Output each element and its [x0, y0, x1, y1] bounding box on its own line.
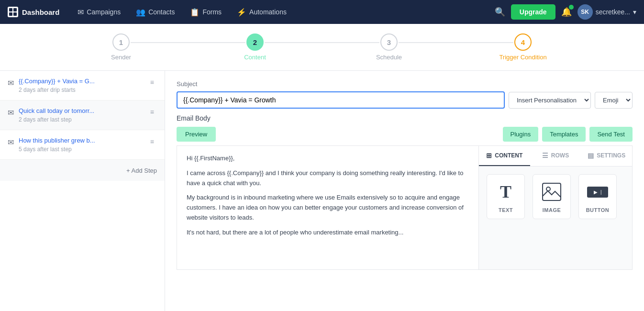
sidebar-item-1-content: {{.Company}} + Vavia = G... 2 days after… [19, 78, 143, 93]
sidebar-item-2-title: Quick call today or tomorr... [19, 107, 143, 114]
step-label-schedule: Schedule [376, 54, 402, 61]
rows-tab-label: ROWS [551, 152, 569, 159]
nav-campaigns[interactable]: ✉ Campaigns [71, 4, 127, 21]
sidebar-item-3-menu[interactable]: ≡ [147, 137, 157, 146]
logo-icon [8, 7, 18, 17]
button-block-icon: ▶ | [586, 180, 609, 203]
settings-tab-label: SETTINGS [597, 152, 625, 159]
step-content[interactable]: 2 Content [188, 33, 322, 61]
subject-label: Subject [177, 80, 633, 88]
rows-tab-icon: ☰ [542, 152, 548, 159]
email-body-line-4: It's not hard, but there are a lot of pe… [187, 228, 469, 238]
sidebar-item-2-content: Quick call today or tomorr... 2 days aft… [19, 107, 143, 123]
preview-button[interactable]: Preview [177, 127, 216, 142]
steps-bar: 1 Sender 2 Content 3 Schedule 4 Trigger … [0, 24, 644, 71]
nav-items: ✉ Campaigns 👥 Contacts 📋 Forms ⚡ Automat… [71, 4, 494, 21]
svg-point-1 [546, 187, 550, 191]
add-step-button[interactable]: + Add Step [126, 167, 157, 174]
svg-rect-0 [543, 183, 561, 200]
main-content: ✉ {{.Company}} + Vavia = G... 2 days aft… [0, 71, 644, 311]
email-body-section: Email Body Preview Plugins Templates Sen… [165, 114, 644, 276]
subject-input[interactable] [177, 91, 505, 109]
step-schedule[interactable]: 3 Schedule [322, 33, 456, 61]
step-sender[interactable]: 1 Sender [54, 33, 188, 61]
search-icon[interactable]: 🔍 [495, 7, 505, 17]
notification-badge [569, 5, 574, 10]
nav-automations[interactable]: ⚡ Automations [230, 4, 293, 21]
email-body-line-3: My background is in inbound marketing wh… [187, 193, 469, 222]
insert-personalisation-select[interactable]: Insert Personalisation [509, 92, 591, 109]
sidebar-item-1[interactable]: ✉ {{.Company}} + Vavia = G... 2 days aft… [0, 71, 165, 100]
send-test-button[interactable]: Send Test [589, 127, 633, 142]
tab-rows[interactable]: ☰ ROWS [530, 146, 581, 166]
email-preview-pane[interactable]: Hi {{.FirstName}}, I came across {{.Comp… [177, 146, 479, 269]
sidebar-item-3[interactable]: ✉ How this publisher grew b... 5 days af… [0, 130, 165, 160]
editor-wrapper: Hi {{.FirstName}}, I came across {{.Comp… [177, 145, 633, 270]
nav-campaigns-label: Campaigns [87, 8, 121, 16]
image-block-label: IMAGE [543, 207, 561, 213]
username-label: secretkee... [596, 8, 630, 16]
user-menu[interactable]: SK secretkee... ▾ [577, 4, 636, 20]
plugins-button[interactable]: Plugins [503, 127, 539, 142]
email-body-line-2: I came across {{.Company}} and I think y… [187, 168, 469, 189]
step-circle-3: 3 [380, 33, 398, 51]
nav-contacts[interactable]: 👥 Contacts [129, 4, 181, 21]
templates-button[interactable]: Templates [542, 127, 586, 142]
content-blocks: T TEXT IMAGE [479, 167, 632, 227]
nav-forms-label: Forms [202, 8, 222, 16]
email-toolbar: Preview Plugins Templates Send Test [177, 127, 633, 142]
add-step-container: + Add Step [0, 160, 165, 181]
image-block[interactable]: IMAGE [533, 174, 571, 219]
logo-label: Dashboard [22, 8, 59, 16]
step-label-content: Content [244, 54, 266, 61]
subject-row: Insert Personalisation Emoji [177, 91, 633, 109]
sidebar-item-2-subtitle: 2 days after last step [19, 116, 143, 123]
sidebar-item-1-subtitle: 2 days after drip starts [19, 87, 143, 93]
content-tab-label: CONTENT [495, 152, 522, 159]
text-block-icon: T [494, 180, 517, 203]
sidebar-item-3-subtitle: 5 days after last step [19, 146, 143, 153]
logo[interactable]: Dashboard [8, 7, 59, 17]
step-circle-4: 4 [514, 33, 532, 51]
image-block-icon [540, 180, 563, 203]
avatar: SK [577, 4, 593, 20]
button-block[interactable]: ▶ | BUTTON [578, 174, 617, 219]
notifications-button[interactable]: 🔔 [561, 7, 572, 17]
sidebar-item-2[interactable]: ✉ Quick call today or tomorr... 2 days a… [0, 100, 165, 130]
email-icon-2: ✉ [8, 108, 14, 117]
nav-contacts-label: Contacts [148, 8, 175, 16]
toolbar-right: Plugins Templates Send Test [503, 127, 633, 142]
top-navigation: Dashboard ✉ Campaigns 👥 Contacts 📋 Forms… [0, 0, 644, 24]
nav-automations-label: Automations [249, 8, 287, 16]
step-circle-1: 1 [112, 33, 130, 51]
emoji-select[interactable]: Emoji [595, 92, 633, 109]
forms-icon: 📋 [190, 8, 200, 17]
automations-icon: ⚡ [237, 8, 246, 17]
step-label-sender: Sender [111, 54, 131, 61]
sidebar-item-1-title: {{.Company}} + Vavia = G... [19, 78, 143, 85]
campaigns-icon: ✉ [78, 8, 84, 17]
settings-tab-icon: ▤ [588, 152, 594, 159]
step-trigger[interactable]: 4 Trigger Condition [456, 33, 590, 61]
upgrade-button[interactable]: Upgrade [511, 4, 555, 20]
email-icon-3: ✉ [8, 138, 14, 147]
nav-forms[interactable]: 📋 Forms [183, 4, 228, 21]
text-block[interactable]: T TEXT [487, 174, 525, 219]
sidebar-item-1-menu[interactable]: ≡ [147, 78, 157, 87]
step-label-trigger: Trigger Condition [499, 54, 546, 61]
tab-settings[interactable]: ▤ SETTINGS [581, 146, 632, 166]
contacts-icon: 👥 [136, 8, 145, 17]
content-tab-icon: ⊞ [486, 152, 492, 159]
text-block-label: TEXT [499, 207, 513, 213]
tab-content[interactable]: ⊞ CONTENT [479, 146, 530, 166]
button-block-label: BUTTON [586, 207, 610, 213]
email-body-line-1: Hi {{.FirstName}}, [187, 154, 469, 164]
subject-section: Subject Insert Personalisation Emoji [165, 71, 644, 114]
sidebar: ✉ {{.Company}} + Vavia = G... 2 days aft… [0, 71, 165, 311]
chevron-down-icon: ▾ [633, 8, 636, 16]
sidebar-item-3-content: How this publisher grew b... 5 days afte… [19, 137, 143, 153]
email-icon-1: ✉ [8, 78, 14, 88]
sidebar-item-2-menu[interactable]: ≡ [147, 107, 157, 117]
content-area: Subject Insert Personalisation Emoji Ema… [165, 71, 644, 311]
editor-sidebar-tabs: ⊞ CONTENT ☰ ROWS ▤ SETTINGS [479, 146, 632, 167]
